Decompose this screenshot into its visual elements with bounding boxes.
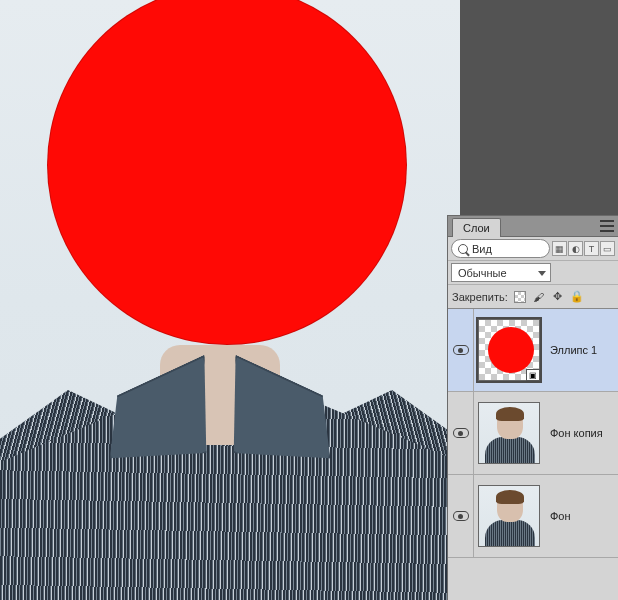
tab-layers[interactable]: Слои: [452, 218, 501, 237]
layer-filter-select[interactable]: Вид: [451, 239, 550, 258]
layer-thumbnail[interactable]: ▣: [478, 319, 540, 381]
panel-menu-icon[interactable]: [600, 220, 614, 232]
layer-thumbnail[interactable]: [478, 402, 540, 464]
layer-thumbnail[interactable]: [478, 485, 540, 547]
eye-icon: [453, 511, 469, 521]
visibility-toggle[interactable]: [448, 475, 474, 557]
eye-icon: [453, 428, 469, 438]
lock-all-icon[interactable]: 🔒: [569, 289, 585, 305]
layers-list: ▣ Эллипс 1 Фон копия: [448, 309, 618, 600]
layers-panel: Слои Вид ▦ ◐ T ▭ Обычные Закрепить: 🖌 ✥ …: [447, 215, 618, 600]
canvas[interactable]: [0, 0, 460, 600]
blend-mode-value: Обычные: [458, 267, 507, 279]
eye-icon: [453, 345, 469, 355]
layer-name[interactable]: Эллипс 1: [544, 344, 618, 356]
lock-row: Закрепить: 🖌 ✥ 🔒: [448, 285, 618, 309]
lock-paint-icon[interactable]: 🖌: [531, 289, 547, 305]
filter-row: Вид ▦ ◐ T ▭: [448, 237, 618, 261]
visibility-toggle[interactable]: [448, 309, 474, 391]
ellipse-shape[interactable]: [47, 0, 407, 345]
lock-transparency-icon[interactable]: [512, 289, 528, 305]
blend-mode-select[interactable]: Обычные: [451, 263, 551, 282]
search-icon: [458, 244, 468, 254]
filter-label: Вид: [472, 243, 492, 255]
vector-mask-badge[interactable]: ▣: [526, 369, 540, 381]
layer-name[interactable]: Фон копия: [544, 427, 618, 439]
filter-adjust-icon[interactable]: ◐: [568, 241, 583, 256]
layer-row[interactable]: Фон копия: [448, 392, 618, 475]
layer-row[interactable]: Фон: [448, 475, 618, 558]
blend-row: Обычные: [448, 261, 618, 285]
layer-row[interactable]: ▣ Эллипс 1: [448, 309, 618, 392]
lock-position-icon[interactable]: ✥: [550, 289, 566, 305]
visibility-toggle[interactable]: [448, 392, 474, 474]
filter-pixel-icon[interactable]: ▦: [552, 241, 567, 256]
panel-tabs: Слои: [448, 216, 618, 237]
app-background: [460, 0, 618, 215]
lock-label: Закрепить:: [452, 291, 508, 303]
layer-name[interactable]: Фон: [544, 510, 618, 522]
filter-type-icon[interactable]: T: [584, 241, 599, 256]
filter-shape-icon[interactable]: ▭: [600, 241, 615, 256]
